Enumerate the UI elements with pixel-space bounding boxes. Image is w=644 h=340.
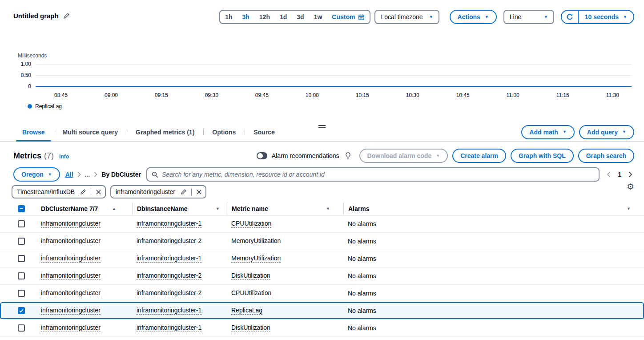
cluster-name-link[interactable]: inframonitoringcluster (41, 220, 101, 228)
alarm-recommendations-toggle[interactable] (257, 152, 267, 159)
cluster-name-link[interactable]: inframonitoringcluster (41, 255, 101, 263)
time-range-3h[interactable]: 3h (237, 11, 254, 23)
region-select[interactable]: Oregon ▼ (13, 167, 60, 182)
add-query-label: Add query (587, 129, 618, 136)
remove-filter-icon[interactable] (92, 186, 105, 198)
metric-name-link[interactable]: CPUUtilization (231, 289, 271, 297)
time-range-3d[interactable]: 3d (292, 11, 309, 23)
add-math-button[interactable]: Add math ▼ (521, 125, 574, 139)
next-page-button[interactable] (628, 171, 632, 178)
select-all-checkbox[interactable] (18, 205, 25, 212)
x-tick-label: 09:00 (105, 92, 118, 98)
instance-name-link[interactable]: inframonitoringcluster-2 (137, 289, 201, 297)
y-tick-label: 0.50 (11, 72, 31, 78)
time-range-1w[interactable]: 1w (309, 11, 327, 23)
graph-search-button[interactable]: Graph search (578, 149, 634, 163)
metric-name-link[interactable]: DiskUtilization (231, 272, 270, 280)
previous-page-button[interactable] (607, 171, 611, 178)
chart-type-select[interactable]: Line ▼ (503, 10, 554, 24)
column-label: Metric name (232, 205, 268, 212)
graph-title-wrap: Untitled graph (13, 12, 70, 20)
chevron-down-icon: ▼ (429, 15, 433, 19)
row-checkbox[interactable] (18, 272, 25, 279)
row-checkbox[interactable] (18, 255, 25, 262)
instance-name-link[interactable]: inframonitoringcluster-2 (137, 272, 201, 280)
instance-name-link[interactable]: inframonitoringcluster-2 (137, 237, 201, 245)
column-header-alarms[interactable]: Alarms ▼ (343, 202, 634, 215)
metric-name-link[interactable]: MemoryUtilization (231, 237, 281, 245)
page-number[interactable]: 1 (618, 171, 621, 178)
time-range-12h[interactable]: 12h (254, 11, 275, 23)
row-checkbox[interactable] (18, 220, 25, 227)
cluster-name-link[interactable]: inframonitoringcluster (41, 307, 101, 315)
instance-name-link[interactable]: inframonitoringcluster-1 (137, 307, 201, 315)
metric-name-link[interactable]: CPUUtilization (231, 220, 271, 228)
pagination: 1 (605, 171, 634, 178)
row-checkbox[interactable] (18, 324, 25, 332)
download-alarm-code-button[interactable]: Download alarm code ▼ (359, 149, 448, 163)
breadcrumb-all-link[interactable]: All (65, 171, 73, 178)
cluster-name-link[interactable]: inframonitoringcluster (41, 272, 101, 280)
instance-name-link[interactable]: inframonitoringcluster-1 (137, 220, 201, 228)
edit-filter-icon[interactable] (78, 189, 88, 195)
remove-filter-icon[interactable] (193, 186, 205, 198)
breadcrumb-ellipsis-link[interactable]: ... (85, 171, 90, 178)
info-link[interactable]: Info (59, 154, 69, 160)
time-range-presets: 1h3h12h1d3d1w (220, 11, 327, 23)
metrics-toolbar: Metrics (7) Info Alarm recommendations D… (0, 142, 644, 163)
graph-with-sql-button[interactable]: Graph with SQL (511, 149, 574, 163)
row-checkbox[interactable] (18, 290, 25, 297)
edit-title-icon[interactable] (63, 12, 70, 19)
table-row[interactable]: inframonitoringclusterinframonitoringclu… (0, 302, 644, 320)
panel-resize-handle[interactable] (318, 125, 326, 130)
row-checkbox[interactable] (18, 238, 25, 245)
table-row[interactable]: inframonitoringclusterinframonitoringclu… (0, 267, 644, 285)
refresh-button[interactable] (562, 11, 579, 23)
lightbulb-icon[interactable] (345, 152, 351, 160)
table-row[interactable]: inframonitoringclusterinframonitoringclu… (0, 285, 644, 302)
instance-name-link[interactable]: inframonitoringcluster-1 (137, 324, 201, 332)
table-row[interactable]: inframonitoringclusterinframonitoringclu… (0, 233, 644, 250)
chevron-down-icon: ▼ (622, 130, 626, 134)
row-checkbox[interactable] (18, 307, 25, 314)
metric-name-link[interactable]: ReplicaLag (231, 307, 262, 315)
time-range-1d[interactable]: 1d (275, 11, 292, 23)
metric-name-link[interactable]: MemoryUtilization (231, 255, 281, 263)
cluster-name-link[interactable]: inframonitoringcluster (41, 324, 101, 332)
metrics-toolbar-actions: Alarm recommendations Download alarm cod… (257, 149, 634, 163)
table-row[interactable]: inframonitoringclusterinframonitoringclu… (0, 250, 644, 267)
add-math-label: Add math (529, 129, 558, 136)
calendar-icon (358, 14, 365, 20)
time-range-custom[interactable]: Custom (327, 11, 370, 23)
column-header-dbclustername[interactable]: DbClusterName 7/7 ▲ (41, 202, 132, 215)
time-range-1h[interactable]: 1h (220, 11, 237, 23)
add-query-button[interactable]: Add query ▼ (579, 125, 634, 139)
gear-icon[interactable]: ⚙ (627, 182, 634, 191)
metric-name-link[interactable]: DiskUtilization (231, 324, 270, 332)
metric-search-input[interactable] (162, 171, 594, 178)
tab-source[interactable]: Source (245, 123, 283, 141)
sort-caret-icon: ▼ (627, 206, 631, 211)
table-row[interactable]: inframonitoringclusterinframonitoringclu… (0, 320, 644, 337)
plot-area[interactable]: 1.00 0.50 0 (36, 64, 632, 88)
toggle-knob (258, 153, 263, 158)
tab-browse[interactable]: Browse (13, 123, 54, 141)
table-row[interactable]: inframonitoringclusterinframonitoringclu… (0, 215, 644, 233)
tab-options[interactable]: Options (203, 123, 245, 141)
timezone-select[interactable]: Local timezone ▼ (374, 10, 439, 24)
chart-legend-item[interactable]: ReplicaLag (28, 103, 632, 109)
x-tick-label: 09:45 (255, 92, 269, 98)
edit-filter-icon[interactable] (179, 189, 189, 195)
refresh-interval-select[interactable]: 10 seconds ▼ (579, 11, 633, 23)
actions-button[interactable]: Actions ▼ (450, 10, 497, 24)
tab-multi-source-query[interactable]: Multi source query (54, 123, 127, 141)
column-label: DbClusterName 7/7 (41, 205, 98, 212)
column-header-dbinstancename[interactable]: DbInstanceName ▼ (132, 202, 227, 215)
legend-label: ReplicaLag (35, 103, 62, 109)
create-alarm-button[interactable]: Create alarm (452, 149, 506, 163)
column-header-metric-name[interactable]: Metric name ▼ (227, 202, 343, 215)
instance-name-link[interactable]: inframonitoringcluster-1 (137, 255, 201, 263)
tab-graphed-metrics-1[interactable]: Graphed metrics (1) (127, 123, 203, 141)
cluster-name-link[interactable]: inframonitoringcluster (41, 237, 101, 245)
cluster-name-link[interactable]: inframonitoringcluster (41, 289, 101, 297)
